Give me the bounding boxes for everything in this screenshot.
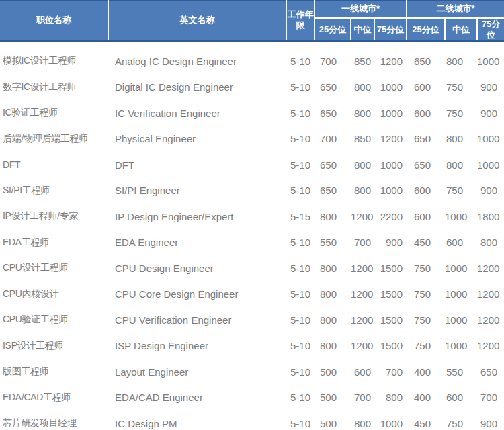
table-row: 模拟IC设计工程师Analog IC Design Engineer5-1070… [0, 48, 504, 75]
table-row: DFTDFT5-1065080010006508001000 [0, 152, 504, 178]
cell-t1_p75: 700 [374, 359, 407, 385]
cell-t1_p50: 800 [351, 100, 374, 126]
cell-t1_p50: 1200 [351, 282, 374, 308]
cell-t1_p75: 1500 [374, 255, 407, 282]
table-body: 模拟IC设计工程师Analog IC Design Engineer5-1070… [0, 41, 504, 430]
cell-years: 5-10 [286, 385, 314, 411]
cell-position: 版图工程师 [0, 359, 108, 385]
cell-english: CPU Core Design Engineer [108, 282, 286, 308]
col-header-tier1-p25: 25分位 [314, 18, 351, 42]
col-header-tier2-group: 二线城市* [407, 1, 504, 18]
table-row: 版图工程师Layout Engineer5-105006007004005506… [0, 359, 504, 385]
cell-t1_p50: 1200 [351, 255, 374, 282]
table-row: IP设计工程师/专家IP Design Engineer/Expert5-158… [0, 204, 504, 230]
cell-position: CPU内核设计 [0, 282, 108, 308]
cell-years: 5-10 [286, 48, 314, 75]
cell-english: IP Design Engineer/Expert [108, 204, 286, 230]
cell-t2_p75: 900 [477, 100, 504, 126]
cell-t1_p50: 700 [351, 385, 374, 411]
cell-t1_p75: 1000 [374, 152, 407, 178]
cell-english: ISP Design Engineer [108, 333, 286, 359]
col-header-english: 英文名称 [108, 1, 286, 42]
cell-t1_p75: 1500 [374, 333, 407, 359]
cell-position: IP设计工程师/专家 [0, 204, 108, 230]
cell-t1_p25: 800 [314, 282, 351, 308]
cell-years: 5-10 [286, 255, 314, 282]
col-header-years: 工作年限 [286, 1, 314, 42]
cell-t2_p75: 650 [477, 359, 504, 385]
table-header: 职位名称 英文名称 工作年限 一线城市* 二线城市* 25分位 中位 75分位 … [0, 1, 504, 42]
cell-t2_p50: 1000 [445, 204, 477, 230]
cell-years: 5-10 [286, 126, 314, 153]
cell-position: EDA/CAD工程师 [0, 385, 108, 411]
salary-table: 职位名称 英文名称 工作年限 一线城市* 二线城市* 25分位 中位 75分位 … [0, 0, 504, 430]
cell-t2_p50: 600 [445, 230, 477, 256]
cell-t1_p25: 650 [314, 75, 351, 101]
cell-t2_p50: 800 [445, 152, 477, 178]
cell-years: 5-10 [286, 230, 314, 256]
cell-t1_p50: 850 [351, 48, 374, 75]
cell-t2_p50: 1000 [445, 282, 477, 308]
cell-years: 5-10 [286, 333, 314, 359]
cell-t1_p75: 1500 [374, 307, 407, 333]
cell-t2_p75: 1200 [477, 333, 504, 359]
cell-t2_p25: 600 [407, 100, 445, 126]
cell-t1_p75: 2200 [374, 204, 407, 230]
cell-t1_p25: 550 [314, 230, 351, 256]
cell-t1_p75: 900 [374, 230, 407, 256]
cell-english: IC Verification Engineer [108, 100, 286, 126]
cell-years: 5-10 [286, 100, 314, 126]
cell-t1_p75: 1000 [374, 75, 407, 101]
cell-years: 5-10 [286, 307, 314, 333]
cell-position: EDA工程师 [0, 230, 108, 256]
cell-t2_p50: 800 [445, 48, 477, 75]
cell-t1_p50: 800 [351, 411, 374, 430]
cell-t1_p25: 800 [314, 204, 351, 230]
cell-position: CPU设计工程师 [0, 255, 108, 282]
cell-years: 5-10 [286, 75, 314, 101]
cell-english: Physical Engineer [108, 126, 286, 153]
col-header-position: 职位名称 [0, 1, 108, 42]
cell-t1_p25: 800 [314, 255, 351, 282]
cell-t2_p25: 600 [407, 178, 445, 204]
col-header-tier1-group: 一线城市* [314, 1, 407, 18]
table-row: 芯片研发项目经理IC Design PM5-105008001000450750… [0, 411, 504, 430]
col-header-tier2-p25: 25分位 [407, 18, 445, 42]
cell-t2_p50: 750 [445, 178, 477, 204]
cell-t2_p75: 900 [477, 178, 504, 204]
col-header-tier2-median: 中位 [445, 18, 477, 42]
cell-t2_p75: 1000 [477, 126, 504, 153]
cell-t2_p75: 1000 [477, 48, 504, 75]
cell-t2_p25: 650 [407, 48, 445, 75]
cell-position: CPU验证工程师 [0, 307, 108, 333]
cell-t2_p50: 750 [445, 75, 477, 101]
cell-position: 芯片研发项目经理 [0, 411, 108, 430]
cell-t2_p75: 1200 [477, 307, 504, 333]
cell-t2_p25: 750 [407, 282, 445, 308]
cell-t2_p25: 750 [407, 255, 445, 282]
cell-english: Analog IC Design Engineer [108, 48, 286, 75]
cell-t1_p50: 1200 [351, 307, 374, 333]
cell-position: 数字IC设计工程师 [0, 75, 108, 101]
cell-english: EDA Engineer [108, 230, 286, 256]
cell-t2_p75: 900 [477, 75, 504, 101]
table-row: CPU设计工程师CPU Design Engineer5-10800120015… [0, 255, 504, 282]
cell-t2_p25: 750 [407, 307, 445, 333]
cell-t1_p50: 800 [351, 178, 374, 204]
cell-english: Layout Engineer [108, 359, 286, 385]
cell-t1_p25: 650 [314, 100, 351, 126]
cell-t2_p25: 750 [407, 333, 445, 359]
cell-t1_p25: 650 [314, 152, 351, 178]
cell-t2_p50: 1000 [445, 255, 477, 282]
table-row: SI/PI工程师SI/PI Engineer5-1065080010006007… [0, 178, 504, 204]
cell-english: IC Design PM [108, 411, 286, 430]
table-row: 后端/物理后端工程师Physical Engineer5-10700850120… [0, 126, 504, 153]
cell-t1_p25: 700 [314, 126, 351, 153]
cell-t1_p75: 1000 [374, 411, 407, 430]
cell-t2_p50: 1000 [445, 333, 477, 359]
cell-t1_p50: 850 [351, 126, 374, 153]
cell-t1_p50: 1200 [351, 333, 374, 359]
col-header-tier2-p75: 75分位 [477, 18, 504, 42]
cell-english: Digital IC Design Engineer [108, 75, 286, 101]
cell-t2_p75: 700 [477, 385, 504, 411]
